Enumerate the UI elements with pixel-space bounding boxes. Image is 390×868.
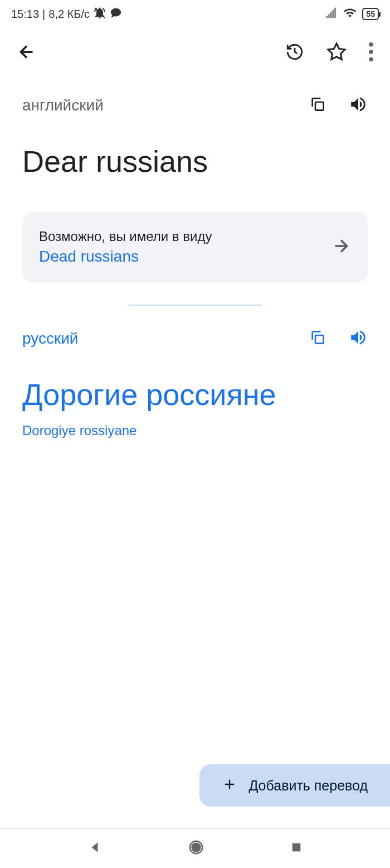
status-right: 55 xyxy=(325,6,379,22)
transliteration: Dorogiye rossiyane xyxy=(22,423,368,438)
more-button[interactable] xyxy=(369,42,373,64)
svg-point-2 xyxy=(369,42,373,47)
suggestion-card[interactable]: Возможно, вы имели в виду Dead russians xyxy=(22,212,368,282)
source-text[interactable]: Dear russians xyxy=(22,144,368,179)
speak-source-button[interactable] xyxy=(349,95,368,116)
add-translation-button[interactable]: Добавить перевод xyxy=(199,764,390,807)
source-section: английский Dear russians Возможно, вы им… xyxy=(0,78,390,282)
arrow-right-icon xyxy=(331,236,351,258)
app-bar xyxy=(0,28,390,78)
suggestion-value: Dead russians xyxy=(39,248,331,266)
history-button[interactable] xyxy=(285,42,304,64)
fab-label: Добавить перевод xyxy=(248,778,368,794)
svg-rect-6 xyxy=(315,335,324,344)
battery-indicator: 55 xyxy=(362,8,379,20)
status-data-rate: 8,2 КБ/с xyxy=(48,8,90,21)
svg-point-4 xyxy=(369,57,373,61)
svg-point-8 xyxy=(192,843,201,852)
copy-target-button[interactable] xyxy=(309,329,326,349)
status-time: 15:13 xyxy=(11,8,39,21)
svg-marker-1 xyxy=(328,44,345,60)
status-bar: 15:13 | 8,2 КБ/с 55 xyxy=(0,0,390,28)
chat-icon xyxy=(110,7,122,22)
target-lang-label[interactable]: русский xyxy=(22,330,78,348)
wifi-icon xyxy=(343,6,357,22)
vibrate-icon xyxy=(93,6,106,22)
svg-rect-5 xyxy=(315,102,324,110)
signal-icon xyxy=(325,7,338,22)
section-divider xyxy=(128,305,262,306)
suggestion-label: Возможно, вы имели в виду xyxy=(39,229,331,244)
status-left: 15:13 | 8,2 КБ/с xyxy=(11,6,122,22)
svg-point-3 xyxy=(369,50,373,54)
source-lang-label[interactable]: английский xyxy=(22,97,104,114)
back-button[interactable] xyxy=(17,42,37,64)
plus-icon xyxy=(222,777,237,794)
svg-rect-9 xyxy=(292,843,301,852)
copy-source-button[interactable] xyxy=(309,95,326,115)
target-text: Дорогие россияне xyxy=(22,377,368,412)
navigation-bar xyxy=(0,829,390,868)
target-section: русский Дорогие россияне Dorogiye rossiy… xyxy=(0,328,390,438)
star-button[interactable] xyxy=(326,42,347,64)
nav-back-button[interactable] xyxy=(87,840,102,857)
speak-target-button[interactable] xyxy=(349,328,368,349)
nav-recents-button[interactable] xyxy=(290,841,303,856)
nav-home-button[interactable] xyxy=(188,839,204,858)
